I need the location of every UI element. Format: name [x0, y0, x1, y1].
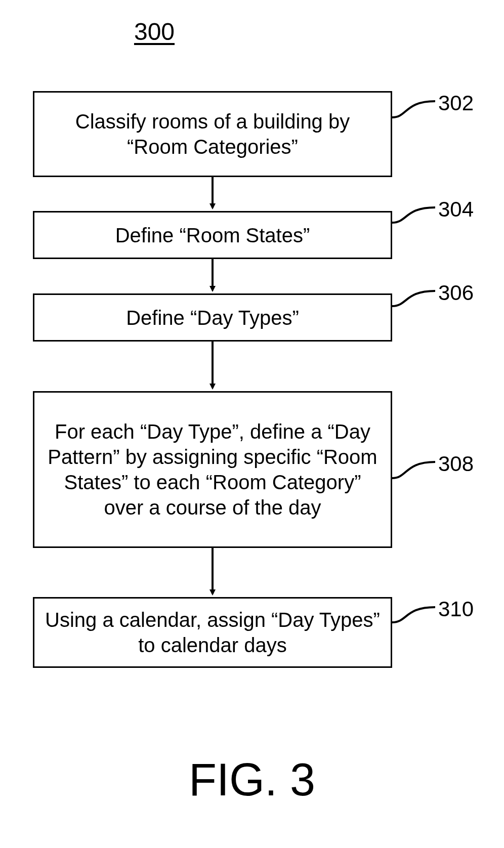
step-304-box: Define “Room States”: [33, 211, 392, 259]
step-306-ref: 306: [438, 281, 474, 305]
flowchart-canvas: 300 Classify rooms of a building by “Roo…: [0, 0, 504, 848]
step-302-box: Classify rooms of a building by “Room Ca…: [33, 91, 392, 177]
figure-caption: FIG. 3: [0, 754, 504, 806]
figure-number: 300: [124, 18, 185, 46]
step-302-text: Classify rooms of a building by “Room Ca…: [45, 109, 381, 159]
callout-306: [392, 291, 435, 306]
step-302-ref: 302: [438, 91, 474, 115]
callout-304: [392, 207, 435, 223]
step-308-text: For each “Day Type”, define a “Day Patte…: [45, 419, 381, 520]
callout-310: [392, 607, 435, 622]
callout-308: [392, 462, 435, 478]
callout-302: [392, 101, 435, 117]
step-310-text: Using a calendar, assign “Day Types” to …: [45, 607, 381, 658]
step-306-box: Define “Day Types”: [33, 293, 392, 342]
step-310-box: Using a calendar, assign “Day Types” to …: [33, 597, 392, 668]
step-310-ref: 310: [438, 597, 474, 621]
step-306-text: Define “Day Types”: [126, 305, 299, 330]
step-304-text: Define “Room States”: [115, 223, 310, 248]
step-304-ref: 304: [438, 197, 474, 222]
step-308-box: For each “Day Type”, define a “Day Patte…: [33, 391, 392, 548]
step-308-ref: 308: [438, 452, 474, 476]
